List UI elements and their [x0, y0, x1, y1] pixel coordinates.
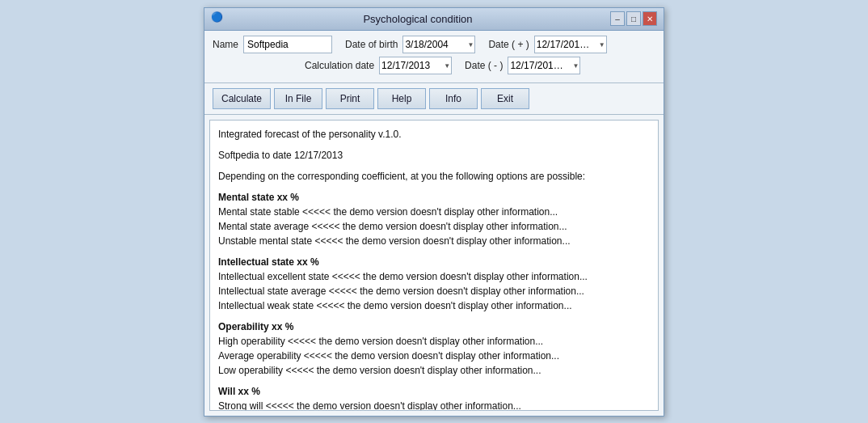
calc-date-select-wrapper: 12/17/2013 — [379, 57, 452, 74]
content-blank — [218, 313, 650, 319]
date-plus-select[interactable]: 12/17/201… — [534, 36, 607, 53]
content-blank — [218, 248, 650, 255]
content-line: Unstable mental state <<<<< the demo ver… — [218, 234, 650, 248]
content-blank — [218, 184, 650, 190]
content-line: Average operability <<<<< the demo versi… — [218, 349, 650, 363]
app-logo-icon: 🔵 — [211, 11, 225, 26]
date-minus-label: Date ( - ) — [465, 60, 503, 71]
date-minus-select-wrapper: 12/17/201… — [508, 57, 580, 74]
content-line: Integrated forecast of the personality v… — [218, 127, 650, 142]
content-line: Mental state stable <<<<< the demo versi… — [218, 205, 650, 219]
content-blank — [218, 378, 650, 384]
content-line: Will xx % — [218, 384, 650, 399]
main-window: 🔵 Psychological condition – □ ✕ Name Dat… — [204, 7, 664, 417]
content-line: Intellectual state xx % — [218, 255, 650, 269]
form-row-1: Name Date of birth 3/18/2004 Date ( + ) … — [213, 36, 655, 53]
help-button[interactable]: Help — [377, 88, 426, 109]
content-line: Intellectual weak state <<<<< the demo v… — [218, 298, 650, 313]
content-line: Intellectual excellent state <<<<< the d… — [218, 269, 650, 284]
content-line: Mental state xx % — [218, 190, 650, 205]
maximize-button[interactable]: □ — [626, 11, 641, 26]
exit-button[interactable]: Exit — [481, 88, 529, 109]
content-line: High operability <<<<< the demo version … — [218, 334, 650, 349]
calc-date-select[interactable]: 12/17/2013 — [379, 57, 452, 74]
content-line: Softpedia to date 12/17/2013 — [218, 148, 650, 163]
minimize-button[interactable]: – — [610, 11, 625, 26]
window-title: Psychological condition — [225, 13, 610, 25]
date-plus-select-wrapper: 12/17/201… — [534, 36, 607, 53]
name-input[interactable] — [243, 36, 332, 53]
content-line: Low operability <<<<< the demo version d… — [218, 363, 650, 378]
form-row-2: Calculation date 12/17/2013 Date ( - ) 1… — [213, 57, 655, 74]
dob-select-wrapper: 3/18/2004 — [402, 36, 475, 53]
date-plus-label: Date ( + ) — [488, 39, 529, 50]
calc-date-label: Calculation date — [305, 60, 374, 71]
content-line: Depending on the corresponding coefficie… — [218, 169, 650, 184]
content-blank — [218, 163, 650, 169]
date-minus-select[interactable]: 12/17/201… — [508, 57, 580, 74]
print-button[interactable]: Print — [326, 88, 374, 109]
name-label: Name — [213, 39, 238, 50]
content-blank — [218, 142, 650, 148]
form-area: Name Date of birth 3/18/2004 Date ( + ) … — [204, 31, 664, 83]
title-bar: 🔵 Psychological condition – □ ✕ — [204, 8, 664, 31]
dob-label: Date of birth — [345, 39, 398, 50]
content-line: Strong will <<<<< the demo version doesn… — [218, 399, 650, 411]
content-line: Intellectual state average <<<<< the dem… — [218, 284, 650, 298]
dob-select[interactable]: 3/18/2004 — [402, 36, 475, 53]
content-line: Mental state average <<<<< the demo vers… — [218, 219, 650, 234]
close-button[interactable]: ✕ — [643, 11, 657, 26]
content-line: Operability xx % — [218, 319, 650, 334]
info-button[interactable]: Info — [429, 88, 478, 109]
content-area: Integrated forecast of the personality v… — [209, 120, 659, 411]
window-controls: – □ ✕ — [610, 11, 657, 26]
button-row: Calculate In File Print Help Info Exit — [204, 83, 664, 115]
calculate-button[interactable]: Calculate — [213, 88, 271, 109]
in-file-button[interactable]: In File — [274, 88, 322, 109]
